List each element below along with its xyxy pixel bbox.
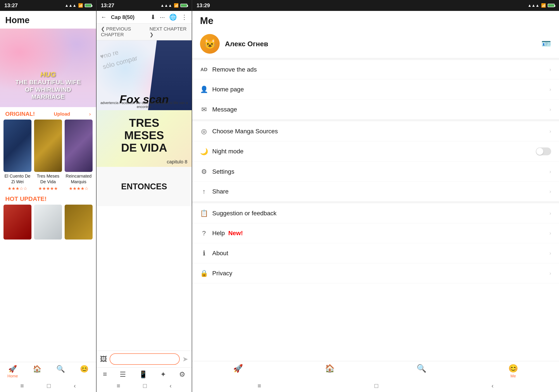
manga-stars-3: ★★★★☆: [65, 186, 93, 191]
manga-card-2[interactable]: Tres Meses De Vida ★★★★★: [34, 120, 62, 191]
menu-item-privacy[interactable]: 🔒 Privacy ›: [192, 263, 559, 283]
me-nav-search-icon: 🔍: [417, 364, 427, 373]
hot-update-header: HOT UPDATE!: [0, 191, 96, 205]
hot-card-3[interactable]: [65, 205, 93, 240]
menu-item-feedback[interactable]: 📋 Suggestion or feedback ›: [192, 203, 559, 223]
signal-icon: ▲▲▲: [65, 3, 76, 8]
me-nav-search[interactable]: 🔍: [417, 364, 427, 378]
about-chevron: ›: [550, 250, 551, 256]
hot-card-1[interactable]: [3, 205, 31, 240]
hot-card-2[interactable]: [34, 205, 62, 240]
manga-title-1: El Cuento De Zi Wei: [3, 173, 31, 185]
menu-item-night-mode[interactable]: 🌙 Night mode: [192, 141, 559, 162]
nav-item-library[interactable]: 🏠: [33, 365, 41, 378]
banner-text-block: HUG THE BEAUTIFUL WIFE OF WHIRLWIND MARR…: [0, 71, 96, 101]
status-bar-me: 13:29 ▲▲▲ 📶: [192, 0, 559, 11]
gesture-bar-reader: ≡ □ ‹: [96, 380, 192, 392]
home-banner[interactable]: HUG THE BEAUTIFUL WIFE OF WHIRLWIND MARR…: [0, 29, 96, 107]
manga-card-3[interactable]: Reincarnated Marquis ★★★★☆: [65, 120, 93, 191]
home-header: Home: [0, 11, 96, 29]
reader-nav-settings[interactable]: ⚙: [179, 370, 185, 378]
chapter-caption: capitulo 8: [167, 159, 187, 165]
manga-thumb-1: [3, 120, 31, 172]
reader-battery-icon: [180, 4, 187, 7]
me-status-icons: ▲▲▲ 📶: [528, 3, 555, 8]
prev-chapter-button[interactable]: ❮ PREVIOUS CHAPTER: [101, 26, 149, 37]
profile-divider: [192, 58, 559, 60]
battery-icon: [85, 4, 92, 7]
gesture-bar-home: ≡ □ ‹: [0, 380, 96, 392]
manga-page-2[interactable]: TRES MESES DE VIDA capitulo 8: [96, 110, 192, 167]
help-chevron: ›: [550, 230, 551, 236]
gesture-menu: ≡: [20, 383, 24, 389]
phone-me: 13:29 ▲▲▲ 📶 Me 😺 Алекс Огнев 🪪 AD Remove…: [192, 0, 559, 392]
upload-label[interactable]: Upload: [54, 111, 70, 117]
nav-item-me[interactable]: 😊: [80, 365, 89, 378]
night-mode-label: Night mode: [212, 148, 531, 155]
banner-title-3: MARRIAGE: [0, 93, 96, 101]
back-button[interactable]: ←: [101, 14, 107, 20]
reader-icon-group: ⬇ ··· 🌐 ⋮: [150, 14, 187, 21]
me-nav-library[interactable]: 🏠: [325, 364, 335, 378]
profile-section: 😺 Алекс Огнев 🪪: [192, 30, 559, 58]
menu-item-remove-ads[interactable]: AD Remove the ads ›: [192, 60, 559, 80]
tres-line-3: DE VIDA: [96, 142, 192, 154]
menu-item-share[interactable]: ↑ Share ›: [192, 182, 559, 202]
reader-wifi-icon: 📶: [174, 3, 179, 8]
reader-gesture-home: □: [143, 383, 147, 389]
status-bar-home: 13:27 ▲▲▲ 📶: [0, 0, 96, 11]
manga-page-1[interactable]: ♥no re sólo compar Fox scan advertencia …: [96, 40, 192, 110]
reader-nav-current[interactable]: 📱: [139, 370, 148, 378]
me-nav-home-icon: 🚀: [233, 364, 243, 373]
nav-item-home[interactable]: 🚀 Home: [7, 365, 18, 378]
banner-title-1: THE BEAUTIFUL WIFE: [0, 79, 96, 86]
manga-card-1[interactable]: El Cuento De Zi Wei ★★★☆☆: [3, 120, 31, 191]
language-icon[interactable]: 🌐: [169, 14, 177, 21]
avatar-emoji: 😺: [204, 38, 216, 50]
me-title: Me: [200, 15, 213, 26]
menu-item-help[interactable]: ? Help New! ›: [192, 223, 559, 243]
me-gesture-back: ‹: [492, 383, 494, 389]
user-avatar[interactable]: 😺: [200, 34, 220, 54]
menu-item-message[interactable]: ✉ Message ›: [192, 99, 559, 120]
me-nav-me[interactable]: 😊 Me: [508, 364, 518, 378]
me-nav-home[interactable]: 🚀: [233, 364, 243, 378]
nav-item-search[interactable]: 🔍: [56, 365, 65, 378]
reader-signal-icon: ▲▲▲: [160, 3, 172, 8]
menu-item-settings[interactable]: ⚙ Settings ›: [192, 162, 559, 182]
menu-item-homepage[interactable]: 👤 Home page ›: [192, 80, 559, 99]
reader-header: ← Cap 8(50) ⬇ ··· 🌐 ⋮: [96, 11, 192, 24]
me-nav-me-icon: 😊: [508, 364, 518, 373]
download-icon[interactable]: ⬇: [150, 14, 156, 21]
manga-stars-2: ★★★★★: [34, 186, 62, 191]
me-nav-library-icon: 🏠: [325, 364, 335, 373]
night-mode-toggle[interactable]: [536, 147, 551, 155]
gesture-bar-me: ≡ □ ‹: [192, 380, 559, 392]
remove-ads-label: Remove the ads: [212, 66, 545, 73]
homepage-chevron: ›: [550, 86, 551, 92]
menu-item-manga-sources[interactable]: ◎ Choose Manga Sources ›: [192, 121, 559, 141]
manga-page-3[interactable]: ENTONCES: [96, 167, 192, 206]
toggle-knob: [536, 148, 543, 155]
manga-thumb-3: [65, 120, 93, 172]
feedback-chevron: ›: [550, 210, 551, 216]
reader-nav-brightness[interactable]: ✦: [160, 370, 166, 378]
me-gesture-home: □: [374, 383, 378, 389]
wifi-icon: 📶: [78, 3, 83, 8]
menu-item-about[interactable]: ℹ About ›: [192, 243, 559, 263]
reader-input-bar: 🖼 ➤: [96, 351, 192, 367]
next-chapter-button[interactable]: NEXT CHAPTER ❯: [149, 26, 187, 37]
reader-nav-menu[interactable]: ≡: [103, 370, 107, 378]
settings-chevron: ›: [550, 169, 551, 175]
comment-input-field[interactable]: [110, 353, 180, 365]
image-picker-icon[interactable]: 🖼: [100, 355, 107, 363]
reader-nav-chapters[interactable]: ☰: [120, 370, 126, 378]
comment-icon[interactable]: ···: [160, 14, 165, 21]
original-chevron[interactable]: ›: [89, 111, 91, 117]
send-button[interactable]: ➤: [182, 355, 188, 363]
profile-card-icon[interactable]: 🪪: [541, 39, 551, 48]
me-nav-icon: 😊: [80, 365, 89, 373]
more-icon[interactable]: ⋮: [181, 14, 187, 21]
help-icon: ?: [200, 230, 208, 237]
tres-line-1: TRES: [96, 117, 192, 129]
